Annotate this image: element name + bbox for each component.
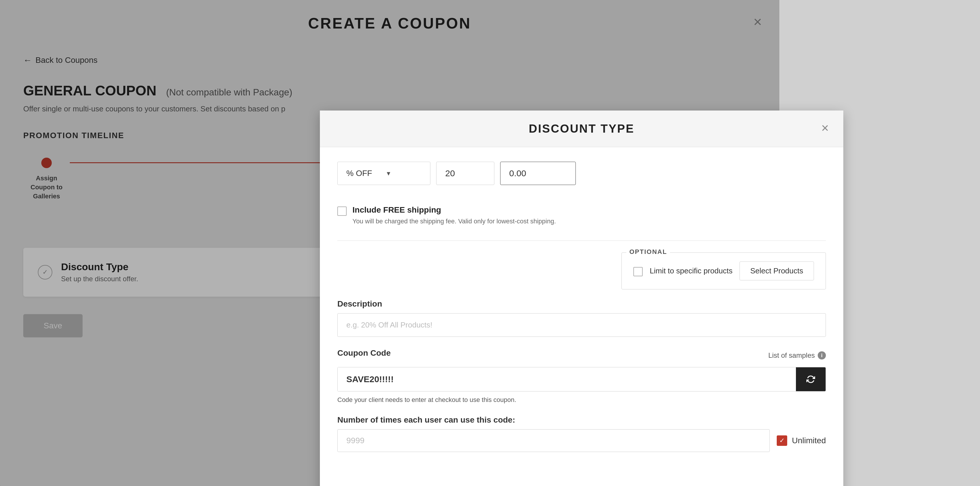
coupon-code-input[interactable]	[337, 367, 796, 391]
optional-label: OPTIONAL	[626, 248, 670, 256]
discount-type-modal-body: % OFF ▾ Include FREE shipping You will b…	[320, 147, 843, 478]
discount-type-dropdown[interactable]: % OFF ▾	[337, 162, 430, 185]
description-field-group: Description	[337, 299, 826, 337]
refresh-code-button[interactable]	[796, 367, 826, 391]
discount-type-modal-header: DISCOUNT TYPE ×	[320, 110, 843, 147]
free-shipping-text: Include FREE shipping You will be charge…	[352, 206, 556, 226]
uses-row: ✓ Unlimited	[337, 429, 826, 452]
description-input[interactable]	[337, 313, 826, 337]
select-products-button[interactable]: Select Products	[740, 261, 814, 280]
free-shipping-description: You will be charged the shipping fee. Va…	[352, 217, 556, 226]
free-shipping-row: Include FREE shipping You will be charge…	[337, 197, 826, 235]
free-shipping-label: Include FREE shipping	[352, 206, 556, 215]
optional-section: OPTIONAL Limit to specific products Sele…	[337, 252, 826, 289]
description-label: Description	[337, 299, 826, 309]
discount-type-modal: DISCOUNT TYPE × % OFF ▾ Include FREE shi…	[320, 110, 843, 486]
coupon-code-row	[337, 367, 826, 392]
coupon-code-field-group: Coupon Code List of samples i Code your …	[337, 349, 826, 404]
uses-field-group: Number of times each user can use this c…	[337, 415, 826, 452]
divider	[337, 241, 826, 241]
optional-wrapper: OPTIONAL Limit to specific products Sele…	[337, 241, 826, 290]
unlimited-label: Unlimited	[792, 436, 826, 445]
optional-box: OPTIONAL Limit to specific products Sele…	[622, 252, 826, 289]
chevron-down-icon: ▾	[387, 169, 422, 177]
uses-input[interactable]	[337, 429, 770, 452]
unlimited-checkbox[interactable]: ✓	[777, 435, 787, 446]
uses-label: Number of times each user can use this c…	[337, 415, 826, 425]
unlimited-row: ✓ Unlimited	[777, 435, 826, 446]
coupon-code-label: Coupon Code	[337, 349, 391, 358]
limit-products-checkbox[interactable]	[633, 267, 643, 276]
list-of-samples-link[interactable]: List of samples i	[768, 351, 826, 360]
list-of-samples-text: List of samples	[768, 351, 815, 360]
discount-type-modal-title: DISCOUNT TYPE	[529, 122, 634, 135]
discount-type-row: % OFF ▾	[337, 162, 826, 185]
discount-type-selected: % OFF	[346, 169, 381, 178]
info-icon: i	[818, 351, 826, 360]
limit-products-label: Limit to specific products	[650, 266, 733, 276]
free-shipping-checkbox[interactable]	[337, 207, 347, 216]
coupon-code-hint: Code your client needs to enter at check…	[337, 396, 826, 404]
discount-value-secondary-input[interactable]	[500, 162, 576, 185]
discount-type-modal-close-icon[interactable]: ×	[821, 121, 829, 135]
coupon-code-header: Coupon Code List of samples i	[337, 349, 826, 362]
discount-value-input[interactable]	[436, 162, 494, 185]
